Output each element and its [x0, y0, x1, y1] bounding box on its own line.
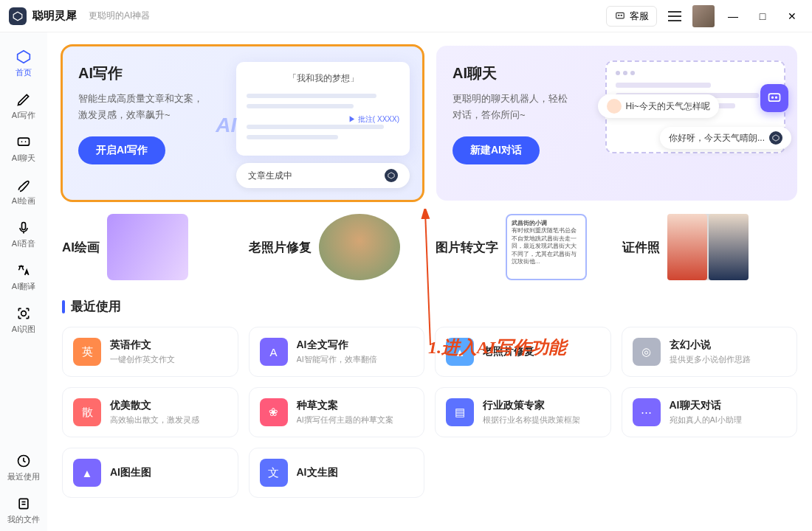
photo-thumb [319, 214, 400, 280]
sidebar-item-chat[interactable]: AI聊天 [4, 128, 43, 170]
svg-point-9 [21, 141, 23, 142]
recent-icon: 英 [73, 338, 101, 366]
recent-item[interactable]: 英英语作文一键创作英文作文 [62, 327, 238, 377]
app-tagline: 更聪明的AI神器 [89, 10, 150, 22]
writing-preview: 「我和我的梦想」 ▶ 批注( XXXX) [236, 62, 410, 156]
minimize-button[interactable]: — [722, 5, 744, 27]
svg-line-22 [425, 212, 430, 345]
svg-rect-18 [769, 94, 780, 101]
sidebar-item-paint[interactable]: AI绘画 [4, 171, 43, 212]
paint-thumb [107, 214, 188, 280]
svg-point-3 [621, 15, 622, 15]
sidebar-item-vision[interactable]: AI识图 [4, 299, 43, 341]
svg-rect-11 [22, 223, 26, 230]
user-avatar[interactable] [692, 5, 715, 27]
generating-pill: 文章生成中 [236, 163, 410, 188]
home-icon [16, 49, 32, 65]
start-writing-button[interactable]: 开启AI写作 [78, 136, 165, 164]
avatar-icon [607, 99, 622, 114]
sidebar-item-files[interactable]: 我的文件 [4, 490, 43, 531]
voice-icon [16, 220, 32, 236]
sidebar-item-voice[interactable]: AI语音 [4, 214, 43, 255]
recent-icon: ◎ [633, 338, 661, 366]
svg-marker-17 [388, 173, 394, 178]
recent-item[interactable]: AAI全文写作AI智能写作，效率翻倍 [249, 327, 425, 377]
sidebar-item-translate[interactable]: AI翻译 [4, 257, 43, 298]
chat-icon [614, 11, 626, 21]
hexagon-icon [385, 169, 398, 182]
translate-icon [16, 263, 32, 279]
close-button[interactable]: ✕ [781, 5, 803, 27]
recent-item[interactable]: 文AI文生图 [249, 448, 425, 498]
hero-writing-title: AI写作 [78, 63, 230, 83]
recent-icon: ▤ [446, 398, 474, 426]
svg-rect-1 [616, 13, 625, 18]
svg-point-2 [619, 15, 619, 15]
svg-marker-7 [18, 51, 30, 63]
feature-id-photo[interactable]: 证件照 [622, 214, 797, 280]
paint-icon [16, 177, 32, 193]
hero-writing-desc: 智能生成高质量文章和文案，激发灵感，效率飙升~ [78, 91, 230, 123]
titlebar: 聪明灵犀 更聪明的AI神器 客服 — □ ✕ [0, 0, 812, 32]
app-logo-icon [9, 7, 27, 25]
svg-point-12 [21, 311, 27, 316]
ai-badge: AI [216, 114, 236, 137]
recent-icon: 散 [73, 398, 101, 426]
chat-msg-out: 你好呀，今天天气晴朗... [660, 127, 791, 149]
recent-item[interactable]: ◎玄幻小说提供更多小说创作思路 [622, 327, 798, 377]
sidebar-item-recent[interactable]: 最近使用 [4, 447, 43, 488]
hero-card-chat[interactable]: AI聊天 更聪明的聊天机器人，轻松对话，答你所问~ 新建AI对话 [436, 46, 797, 201]
sidebar-item-home[interactable]: 首页 [4, 43, 43, 84]
hero-chat-title: AI聊天 [453, 63, 604, 83]
svg-point-19 [772, 97, 774, 98]
sidebar-item-writing[interactable]: AI写作 [4, 86, 43, 127]
feature-photo-restore[interactable]: 老照片修复 [249, 214, 424, 280]
recent-icon: ❀ [260, 398, 288, 426]
recent-item[interactable]: ❀种草文案AI撰写任何主题的种草文案 [249, 387, 425, 437]
support-button[interactable]: 客服 [606, 6, 657, 27]
feature-ai-paint[interactable]: AI绘画 [62, 214, 237, 280]
recent-item[interactable]: ▲AI图生图 [62, 448, 238, 498]
feature-ocr[interactable]: 图片转文字 武昌街的小调有时候到重庆随笔书总会不自觉地跳武昌街去走一回，最近发现… [436, 214, 610, 280]
recent-icon: ⋯ [633, 398, 661, 426]
hero-card-writing[interactable]: AI写作 智能生成高质量文章和文案，激发灵感，效率飙升~ 开启AI写作 AI 「… [62, 46, 423, 201]
writing-icon [16, 91, 32, 108]
recent-item[interactable]: ⋯AI聊天对话宛如真人的AI小助理 [622, 387, 798, 437]
recent-item[interactable]: 散优美散文高效输出散文，激发灵感 [62, 387, 238, 437]
svg-marker-0 [13, 12, 22, 21]
chat-msg-in: Hi~今天的天气怎样呢 [598, 94, 719, 118]
new-chat-button[interactable]: 新建AI对话 [453, 136, 540, 164]
sidebar: 首页AI写作AI聊天AI绘画AI语音AI翻译AI识图最近使用我的文件 [0, 32, 47, 531]
recent-icon [16, 453, 32, 469]
chat-icon [16, 134, 32, 150]
annotation-arrow [427, 210, 428, 347]
recent-icon: A [260, 338, 288, 366]
svg-point-10 [25, 141, 27, 142]
menu-button[interactable] [664, 6, 685, 27]
hexagon-icon [769, 131, 782, 145]
maximize-button[interactable]: □ [751, 5, 774, 27]
svg-rect-8 [18, 138, 30, 145]
ocr-thumb: 武昌街的小调有时候到重庆随笔书总会不自觉地跳武昌街去走一回，最近发现武昌街大大不… [506, 214, 587, 280]
vision-icon [16, 305, 32, 322]
svg-marker-21 [773, 135, 779, 141]
chat-float-icon [760, 84, 788, 112]
annotation-text: 1.进入AI写作功能 [428, 336, 566, 359]
hero-chat-desc: 更聪明的聊天机器人，轻松对话，答你所问~ [453, 91, 604, 123]
recent-item[interactable]: ▤行业政策专家根据行业名称提供政策框架 [435, 387, 611, 437]
recent-icon: ▲ [73, 459, 101, 487]
files-icon [16, 496, 32, 512]
recent-icon: 文 [260, 459, 288, 487]
svg-point-20 [776, 97, 777, 98]
app-name: 聪明灵犀 [32, 9, 77, 23]
id-thumb [667, 214, 749, 280]
